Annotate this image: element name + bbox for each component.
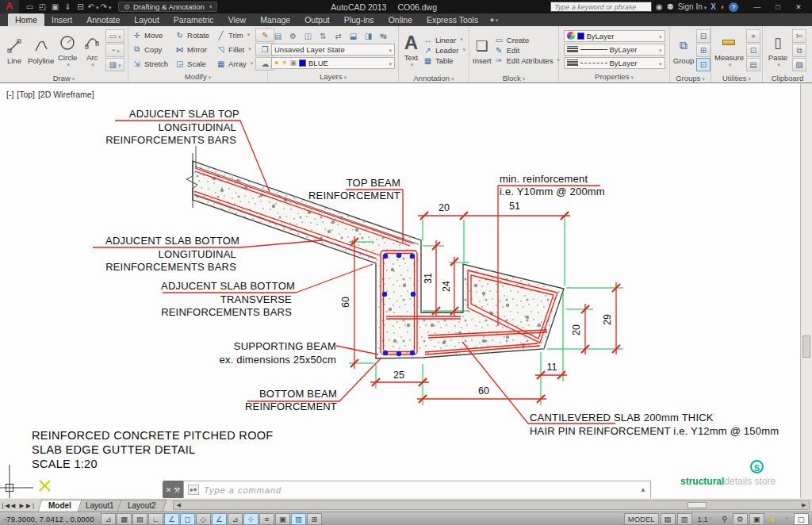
- grid-toggle[interactable]: ▤: [132, 513, 147, 525]
- layer-dropdown[interactable]: ● ☀ ▣ BLUE: [271, 57, 395, 69]
- layer-isolate-icon[interactable]: ⇅: [316, 30, 330, 42]
- layer-prev-icon[interactable]: ◫: [301, 30, 315, 42]
- rectangle-tool-icon[interactable]: ▭: [105, 29, 124, 43]
- ribbon-display-toggle-icon[interactable]: ⏺: [490, 16, 498, 26]
- maximize-button[interactable]: □: [768, 3, 788, 11]
- tab-layout2[interactable]: Layout2: [117, 500, 167, 512]
- layer-unlock-icon[interactable]: ▣: [290, 59, 297, 67]
- mirror-button[interactable]: ⋈Mirror: [174, 45, 209, 54]
- copy-button[interactable]: ⧉Copy: [132, 44, 168, 54]
- search-icon[interactable]: ◉: [656, 2, 663, 11]
- horizontal-scrollbar[interactable]: ◀ ▶: [173, 500, 810, 510]
- layer-thaw-icon[interactable]: ☀: [281, 59, 287, 67]
- viewport-view-control[interactable]: [Top]: [17, 90, 35, 99]
- object-color-dropdown[interactable]: ByLayer: [564, 30, 665, 42]
- tab-output[interactable]: Output: [297, 13, 337, 26]
- layer-freeze-icon[interactable]: ⇄: [331, 30, 345, 42]
- copy-clip-icon[interactable]: ⧉: [792, 44, 806, 57]
- polyline-button[interactable]: Polyline: [28, 28, 54, 72]
- paste-button[interactable]: ▯ Paste: [766, 28, 790, 72]
- tab-plugins[interactable]: Plug-ins: [337, 13, 381, 26]
- undo-icon[interactable]: ↶: [87, 2, 99, 11]
- id-point-icon[interactable]: ⌖: [746, 29, 760, 43]
- polar-toggle[interactable]: ∠: [164, 513, 179, 525]
- clean-screen-button[interactable]: ▢: [794, 513, 809, 525]
- transparency-toggle[interactable]: ▣: [275, 513, 290, 525]
- model-space-button[interactable]: MODEL: [624, 513, 659, 525]
- ducs-toggle[interactable]: ⊿: [228, 513, 243, 525]
- vertical-scrollbar-thumb[interactable]: [802, 335, 810, 358]
- leader-button[interactable]: ↗Leader: [423, 46, 465, 55]
- otrack-toggle[interactable]: ∠: [212, 513, 227, 525]
- autocad-app-icon[interactable]: A: [0, 0, 19, 13]
- insert-block-button[interactable]: ❏ Insert: [473, 28, 492, 72]
- exchange-apps-icon[interactable]: X: [710, 2, 716, 11]
- arc-button[interactable]: Arc: [81, 28, 103, 72]
- command-input[interactable]: [204, 485, 635, 495]
- table-button[interactable]: ▦Table: [423, 56, 465, 65]
- layer-match-icon[interactable]: ⚙: [286, 30, 300, 42]
- circle-button[interactable]: Circle: [56, 28, 79, 72]
- fillet-button[interactable]: ◹Fillet: [216, 45, 253, 54]
- tab-nav-first-icon[interactable]: ❘◀: [0, 502, 9, 509]
- viewport-menu-control[interactable]: [-]: [6, 90, 13, 99]
- hardware-acceleration-icon[interactable]: ●: [766, 513, 779, 525]
- status-overflow-icon[interactable]: [780, 513, 793, 525]
- osnap-toggle[interactable]: ◻: [180, 513, 195, 525]
- create-block-button[interactable]: ▭Create: [494, 36, 560, 44]
- infer-constraints-toggle[interactable]: ⊿: [101, 513, 116, 525]
- lineweight-toggle[interactable]: ≡: [259, 513, 274, 525]
- osnap-3d-toggle[interactable]: ◇: [196, 513, 211, 525]
- workspace-switcher[interactable]: ⚙ Drafting & Annotation: [118, 2, 217, 12]
- linear-dimension-button[interactable]: ↔Linear: [423, 36, 465, 44]
- ortho-toggle[interactable]: ∟: [148, 513, 163, 525]
- scale-button[interactable]: ◲Scale: [174, 59, 209, 68]
- annotation-visibility-icon[interactable]: ⚲: [718, 513, 731, 525]
- linetype-dropdown[interactable]: ByLayer: [564, 57, 665, 69]
- tab-online[interactable]: Online: [381, 13, 419, 26]
- line-button[interactable]: Line: [3, 28, 25, 72]
- array-button[interactable]: ▦Array: [216, 59, 253, 68]
- panel-label-clipboard[interactable]: Clipboard: [763, 74, 812, 83]
- layer-color-swatch[interactable]: [299, 59, 306, 67]
- tab-home[interactable]: Home: [8, 13, 44, 26]
- trim-button[interactable]: ╱Trim: [216, 31, 253, 40]
- cut-icon[interactable]: ✄: [792, 29, 806, 43]
- tab-view[interactable]: View: [221, 13, 254, 26]
- tab-nav-next-icon[interactable]: ▶: [17, 502, 26, 509]
- annotation-scale-button[interactable]: 1:1: [694, 513, 717, 525]
- match-properties-icon[interactable]: ▨: [792, 58, 806, 71]
- close-button[interactable]: ✕: [788, 3, 809, 11]
- tab-nav-prev-icon[interactable]: ◀: [9, 502, 17, 509]
- tab-express-tools[interactable]: Express Tools: [419, 13, 485, 26]
- edit-attributes-button[interactable]: ✑Edit Attributes: [494, 56, 560, 65]
- viewport-style-control[interactable]: [2D Wireframe]: [38, 90, 94, 99]
- coordinates-readout[interactable]: -79.3000, 7.0412 , 0.0000: [0, 515, 100, 523]
- dyn-input-toggle[interactable]: ⊹: [243, 513, 259, 525]
- horizontal-scrollbar-thumb[interactable]: [688, 502, 707, 508]
- layer-lock-icon[interactable]: ◨: [362, 30, 375, 42]
- tab-model[interactable]: Model: [38, 500, 82, 512]
- open-file-icon[interactable]: ◰: [36, 2, 48, 11]
- panel-label-layers[interactable]: Layers: [268, 72, 398, 82]
- command-expand-icon[interactable]: ▲: [640, 486, 646, 493]
- rotate-button[interactable]: ↻Rotate: [174, 31, 209, 40]
- command-close-icon[interactable]: ✕: [166, 486, 172, 494]
- edit-block-button[interactable]: ✎Edit: [494, 46, 560, 55]
- redo-icon[interactable]: ↷: [100, 2, 112, 11]
- layer-on-icon[interactable]: ●: [274, 59, 278, 67]
- hscroll-right-arrow-icon[interactable]: ▶: [799, 501, 809, 509]
- tab-layout[interactable]: Layout: [127, 13, 167, 26]
- measure-button[interactable]: Measure: [714, 28, 744, 72]
- save-icon[interactable]: ▣: [49, 2, 61, 11]
- text-button[interactable]: A Text: [402, 28, 420, 72]
- toolbar-lock-icon[interactable]: ▣: [749, 513, 764, 525]
- quick-view-layouts-icon[interactable]: ▤: [661, 513, 676, 525]
- communication-center-icon[interactable]: ◗: [720, 2, 725, 11]
- command-tools-icon[interactable]: ⚒: [174, 486, 180, 494]
- layer-walk-icon[interactable]: ↹: [377, 30, 390, 42]
- panel-label-modify[interactable]: Modify: [128, 72, 267, 82]
- ellipse-tool-icon[interactable]: ◔: [105, 44, 124, 57]
- layer-properties-icon[interactable]: ▤: [271, 30, 285, 42]
- panel-label-properties[interactable]: Properties: [559, 72, 669, 82]
